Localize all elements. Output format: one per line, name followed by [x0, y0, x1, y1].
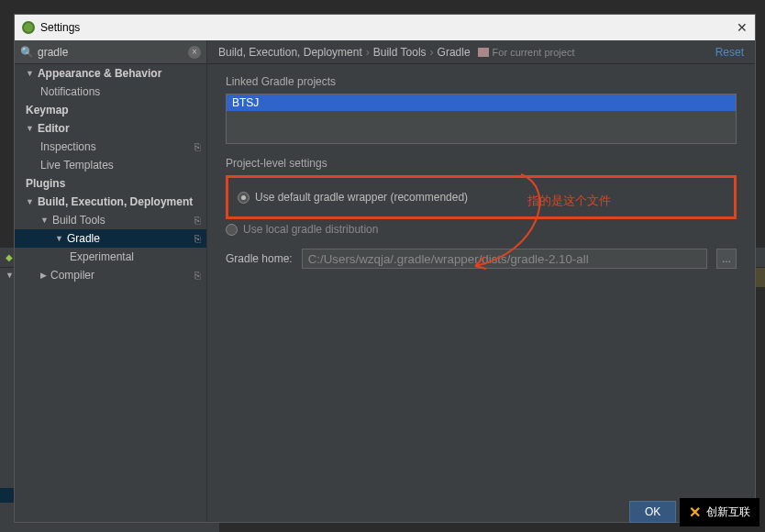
linked-projects-label: Linked Gradle projects — [226, 75, 737, 88]
gradle-home-label: Gradle home: — [226, 252, 293, 265]
profile-icon: ⎘ — [194, 141, 201, 152]
nav-experimental[interactable]: Experimental — [15, 248, 206, 266]
nav-live-templates[interactable]: Live Templates — [15, 156, 206, 174]
app-icon — [22, 21, 35, 34]
project-level-label: Project-level settings — [226, 157, 737, 170]
annotation-highlight-box: Use default gradle wrapper (recommended) — [226, 175, 737, 219]
profile-icon: ⎘ — [194, 233, 201, 244]
ok-button[interactable]: OK — [629, 501, 676, 523]
nav-editor[interactable]: ▼Editor — [15, 119, 206, 138]
reset-link[interactable]: Reset — [715, 46, 744, 59]
project-icon — [478, 48, 489, 57]
nav-build-execution-deployment[interactable]: ▼Build, Execution, Deployment — [15, 193, 206, 211]
logo-icon: ✕ — [689, 504, 701, 521]
gradle-home-input[interactable] — [302, 249, 707, 269]
settings-dialog: Settings ✕ 🔍 × ▼Appearance & Behavior No… — [14, 14, 756, 523]
nav-plugins[interactable]: Plugins — [15, 174, 206, 193]
settings-nav-tree[interactable]: ▼Appearance & Behavior Notifications Key… — [15, 64, 206, 522]
close-window-button[interactable]: ✕ — [737, 20, 748, 35]
radio-default-wrapper[interactable]: Use default gradle wrapper (recommended) — [238, 187, 725, 207]
nav-appearance[interactable]: ▼Appearance & Behavior — [15, 64, 206, 83]
profile-icon: ⎘ — [194, 270, 201, 281]
nav-build-tools[interactable]: ▼Build Tools⎘ — [15, 211, 206, 229]
breadcrumb: Build, Execution, Deployment› Build Tool… — [207, 40, 755, 64]
settings-search[interactable]: 🔍 × — [15, 40, 206, 64]
browse-button[interactable]: … — [716, 249, 737, 269]
watermark-logo: ✕ 创新互联 — [680, 498, 759, 526]
annotation-text: 指的是这个文件 — [527, 193, 611, 209]
android-icon: ◆ — [6, 252, 13, 262]
nav-gradle[interactable]: ▼Gradle⎘ — [15, 229, 206, 248]
nav-notifications[interactable]: Notifications — [15, 83, 206, 101]
linked-projects-list[interactable]: BTSJ — [226, 94, 737, 144]
search-icon: 🔍 — [20, 46, 34, 59]
nav-inspections[interactable]: Inspections⎘ — [15, 138, 206, 156]
nav-compiler[interactable]: ▶Compiler⎘ — [15, 266, 206, 284]
search-input[interactable] — [38, 46, 188, 59]
clear-search-button[interactable]: × — [188, 46, 201, 59]
radio-icon — [226, 224, 238, 236]
radio-icon — [238, 192, 249, 204]
nav-keymap[interactable]: Keymap — [15, 101, 206, 119]
titlebar: Settings ✕ — [15, 15, 755, 40]
window-title: Settings — [40, 21, 80, 34]
profile-icon: ⎘ — [194, 215, 201, 226]
radio-local-distribution[interactable]: Use local gradle distribution — [226, 219, 737, 239]
linked-project-item[interactable]: BTSJ — [227, 94, 736, 111]
